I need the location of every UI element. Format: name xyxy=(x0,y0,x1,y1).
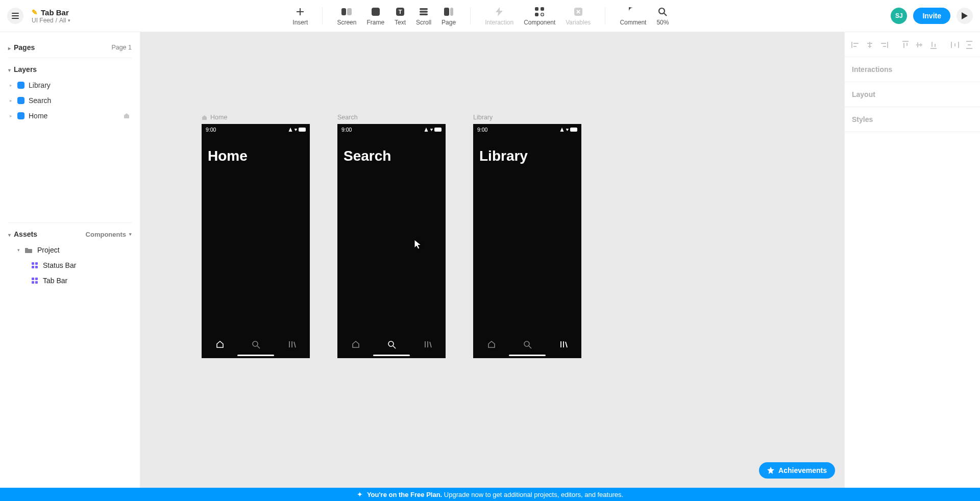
frame-wrap: Library9:00 ♥ Library xyxy=(473,114,581,358)
layer-row[interactable]: ▸ Library xyxy=(4,78,136,93)
text-tool[interactable]: T Text xyxy=(389,6,411,26)
user-avatar[interactable]: SJ xyxy=(891,8,907,24)
align-top-button[interactable] xyxy=(900,39,911,51)
chevron-down-icon: ▾ xyxy=(68,18,70,23)
tab-library[interactable] xyxy=(424,340,432,348)
svg-rect-2 xyxy=(372,8,380,16)
component-tool[interactable]: Component xyxy=(519,6,560,26)
pages-meta: Page 1 xyxy=(111,44,132,51)
page-tool[interactable]: Page xyxy=(436,6,461,26)
align-center-h-button[interactable] xyxy=(864,39,875,51)
asset-folder[interactable]: ▾ Project xyxy=(4,242,136,258)
top-toolbar: ✎ Tab Bar UI Feed / All ▾ Insert xyxy=(0,0,980,32)
tab-search[interactable] xyxy=(523,340,532,349)
home-indicator xyxy=(373,355,410,356)
layout-section[interactable]: Layout xyxy=(845,82,980,107)
align-right-button[interactable] xyxy=(878,39,890,51)
svg-point-15 xyxy=(659,8,665,14)
screen-frame[interactable]: 9:00 ♥ Search xyxy=(337,124,446,358)
home-marker-icon xyxy=(202,115,207,120)
tab-home[interactable] xyxy=(351,340,360,349)
screen-glyph-icon xyxy=(17,112,24,119)
tab-search[interactable] xyxy=(387,340,396,349)
layer-row[interactable]: ▸ Home xyxy=(4,108,136,123)
svg-text:T: T xyxy=(399,9,402,15)
scroll-icon xyxy=(418,6,429,17)
pencil-icon: ✎ xyxy=(32,8,38,16)
frame-label[interactable]: Search xyxy=(337,114,446,121)
frame-title: Home xyxy=(202,133,310,164)
component-glyph-icon xyxy=(32,278,38,284)
svg-rect-8 xyxy=(444,8,449,16)
comment-icon xyxy=(627,6,639,17)
breadcrumb[interactable]: UI Feed / All ▾ xyxy=(32,17,70,24)
asset-component[interactable]: Tab Bar xyxy=(4,273,136,288)
tab-home[interactable] xyxy=(487,340,496,349)
assets-section[interactable]: ▾Assets Components▾ xyxy=(4,226,136,242)
home-indicator xyxy=(509,355,546,356)
align-bottom-button[interactable] xyxy=(928,39,939,51)
interaction-tool[interactable]: Interaction xyxy=(480,6,519,26)
canvas[interactable]: Home9:00 ♥ HomeSearch9:00 ♥ SearchLibrar… xyxy=(140,32,844,488)
project-title[interactable]: Tab Bar xyxy=(41,8,69,17)
tab-home[interactable] xyxy=(215,340,225,349)
screen-icon xyxy=(341,6,352,17)
variables-icon xyxy=(573,6,584,17)
align-center-v-button[interactable] xyxy=(914,39,925,51)
svg-rect-5 xyxy=(420,8,428,10)
search-icon xyxy=(657,6,668,17)
project-title-block: ✎ Tab Bar UI Feed / All ▾ xyxy=(32,8,70,24)
play-icon xyxy=(962,12,968,19)
status-bar: 9:00 ♥ xyxy=(337,124,446,133)
preview-button[interactable] xyxy=(957,8,973,24)
screen-frame[interactable]: 9:00 ♥ Home xyxy=(202,124,310,358)
comment-tool[interactable]: Comment xyxy=(615,6,651,26)
scroll-tool[interactable]: Scroll xyxy=(411,6,436,26)
assets-filter[interactable]: Components▾ xyxy=(86,231,132,238)
distribute-h-button[interactable] xyxy=(949,39,961,51)
home-marker-icon xyxy=(124,113,134,119)
upgrade-banner[interactable]: ✦ You're on the Free Plan. Upgrade now t… xyxy=(0,488,980,501)
tab-search[interactable] xyxy=(252,340,260,349)
text-icon: T xyxy=(395,6,406,17)
styles-section[interactable]: Styles xyxy=(845,107,980,132)
zoom-tool[interactable]: 50% xyxy=(651,6,674,26)
insert-tool[interactable]: Insert xyxy=(287,6,313,26)
page-icon xyxy=(443,6,454,17)
star-icon xyxy=(767,467,774,474)
invite-button[interactable]: Invite xyxy=(913,8,950,24)
sparkle-icon: ✦ xyxy=(357,490,363,498)
home-indicator xyxy=(237,355,274,356)
achievements-button[interactable]: Achievements xyxy=(759,462,835,479)
asset-component[interactable]: Status Bar xyxy=(4,258,136,273)
variables-tool[interactable]: Variables xyxy=(560,6,596,26)
screen-tool[interactable]: Screen xyxy=(332,6,361,26)
frame-label[interactable]: Library xyxy=(473,114,581,121)
layer-row[interactable]: ▸ Search xyxy=(4,93,136,108)
menu-button[interactable] xyxy=(7,8,23,24)
svg-rect-0 xyxy=(341,8,346,15)
align-left-button[interactable] xyxy=(850,39,861,51)
svg-point-16 xyxy=(253,341,258,346)
frame-wrap: Home9:00 ♥ Home xyxy=(202,114,310,358)
distribute-v-button[interactable] xyxy=(964,39,975,51)
interactions-section[interactable]: Interactions xyxy=(845,57,980,82)
tab-library[interactable] xyxy=(288,340,296,348)
align-controls xyxy=(845,36,980,57)
screen-frame[interactable]: 9:00 ♥ Library xyxy=(473,124,581,358)
frame-title: Search xyxy=(337,133,446,164)
svg-rect-6 xyxy=(420,11,428,13)
svg-rect-7 xyxy=(420,13,428,15)
component-icon xyxy=(534,6,545,17)
svg-rect-11 xyxy=(541,7,544,11)
svg-rect-1 xyxy=(347,8,352,15)
pages-section[interactable]: ▸Pages Page 1 xyxy=(4,39,136,56)
plus-icon xyxy=(295,6,306,17)
tab-bar xyxy=(473,331,581,358)
frame-label[interactable]: Home xyxy=(202,114,310,121)
tab-library[interactable] xyxy=(559,340,568,348)
right-panel: Interactions Layout Styles xyxy=(844,32,980,488)
frame-tool[interactable]: Frame xyxy=(361,6,389,26)
layers-section[interactable]: ▾Layers xyxy=(4,61,136,78)
screen-glyph-icon xyxy=(17,82,24,89)
